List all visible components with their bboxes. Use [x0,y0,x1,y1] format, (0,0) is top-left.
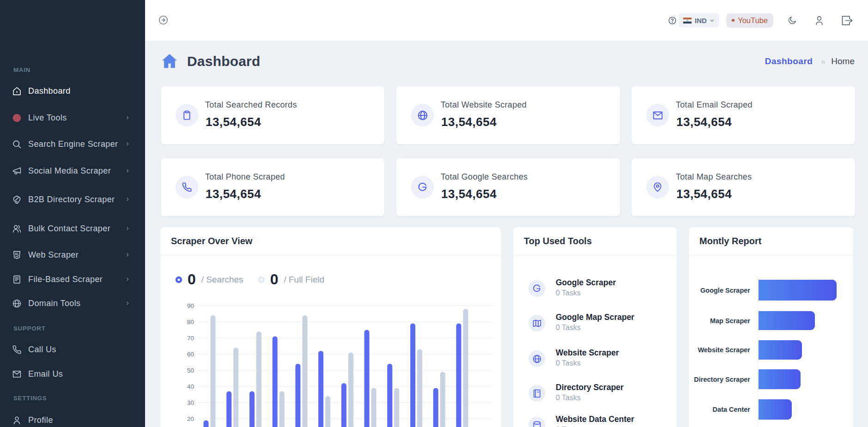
svg-text:Map Scraper: Map Scraper [710,317,750,325]
svg-text:40: 40 [187,383,194,390]
svg-text:20: 20 [187,415,194,422]
svg-text:Google Scraper: Google Scraper [700,287,750,294]
svg-text:30: 30 [187,399,194,406]
svg-text:50: 50 [187,367,194,374]
svg-text:90: 90 [187,302,194,309]
svg-text:60: 60 [187,351,194,358]
svg-text:70: 70 [187,335,194,342]
svg-text:Website Scraper: Website Scraper [698,346,751,354]
svg-text:80: 80 [187,319,194,325]
svg-text:Data Center: Data Center [713,406,751,413]
svg-text:Directory Scraper: Directory Scraper [694,376,750,383]
